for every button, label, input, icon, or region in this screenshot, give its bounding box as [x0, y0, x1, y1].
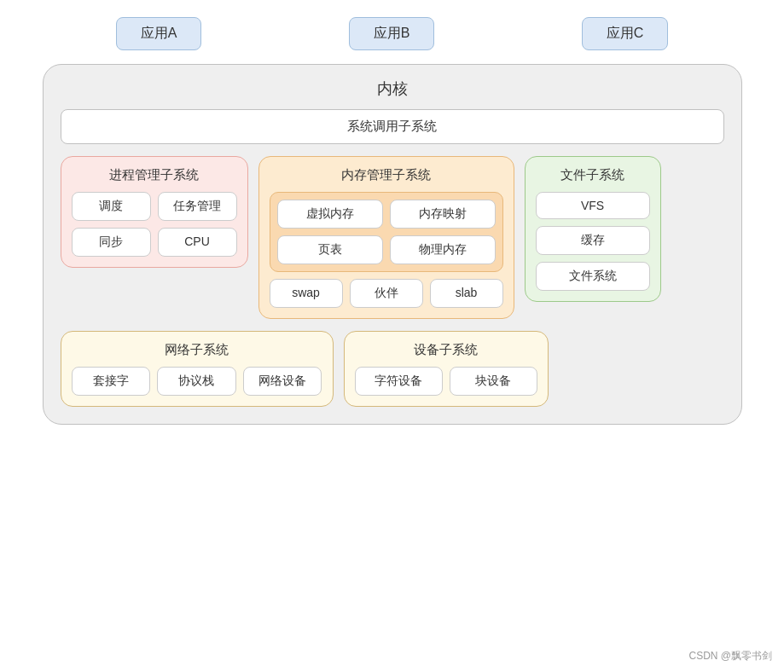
memory-cell-3: 物理内存	[390, 235, 496, 264]
memory-bottom-grid: swap 伙伴 slab	[270, 279, 503, 308]
memory-cell-1: 内存映射	[390, 200, 496, 229]
file-cell-0: VFS	[536, 192, 650, 219]
memory-bottom-1: 伙伴	[350, 279, 423, 308]
app-c-label: 应用C	[607, 26, 644, 40]
network-cell-0: 套接字	[72, 367, 151, 396]
memory-bottom-0: swap	[270, 279, 343, 308]
device-box: 设备子系统 字符设备 块设备	[344, 331, 549, 407]
process-grid: 调度 任务管理 同步 CPU	[72, 192, 237, 257]
device-cell-1: 块设备	[450, 367, 537, 396]
device-grid: 字符设备 块设备	[355, 367, 537, 396]
file-cell-1: 缓存	[536, 226, 650, 255]
apps-row: 应用A 应用B 应用C	[43, 17, 742, 50]
file-cell-2: 文件系统	[536, 262, 650, 291]
kernel-title: 内核	[61, 78, 724, 99]
memory-title: 内存管理子系统	[270, 167, 503, 183]
syscall-bar: 系统调用子系统	[61, 109, 724, 144]
process-cell-1: 任务管理	[158, 192, 237, 221]
process-title: 进程管理子系统	[72, 167, 237, 183]
bottom-row: 网络子系统 套接字 协议栈 网络设备 设备子系统 字符设备	[61, 331, 724, 407]
memory-inner-grid: 虚拟内存 内存映射 页表 物理内存	[270, 192, 503, 272]
memory-bottom-2: slab	[430, 279, 503, 308]
memory-cell-2: 页表	[277, 235, 383, 264]
process-cell-3: CPU	[158, 228, 237, 257]
process-cell-2: 同步	[72, 228, 151, 257]
app-c-box: 应用C	[582, 17, 669, 50]
app-b-box: 应用B	[349, 17, 435, 50]
memory-cell-0: 虚拟内存	[277, 200, 383, 229]
device-title: 设备子系统	[355, 342, 537, 358]
process-box: 进程管理子系统 调度 任务管理 同步 CPU	[61, 156, 248, 268]
app-b-label: 应用B	[374, 26, 410, 40]
device-cell-0: 字符设备	[355, 367, 443, 396]
app-a-box: 应用A	[116, 17, 202, 50]
kernel-container: 内核 系统调用子系统 进程管理子系统 调度 任务管理 同步 CPU	[43, 64, 742, 425]
network-cell-1: 协议栈	[157, 367, 236, 396]
memory-box: 内存管理子系统 虚拟内存 内存映射 页表 物理内存 swap	[258, 156, 514, 319]
file-grid: VFS 缓存 文件系统	[536, 192, 650, 291]
watermark: CSDN @飘零书剑	[688, 649, 772, 663]
network-cell-2: 网络设备	[243, 367, 322, 396]
app-a-label: 应用A	[141, 26, 177, 40]
network-grid: 套接字 协议栈 网络设备	[72, 367, 322, 396]
middle-row: 进程管理子系统 调度 任务管理 同步 CPU 内存管理子系统	[61, 156, 724, 319]
network-title: 网络子系统	[72, 342, 322, 358]
network-box: 网络子系统 套接字 协议栈 网络设备	[61, 331, 334, 407]
process-cell-0: 调度	[72, 192, 151, 221]
file-title: 文件子系统	[536, 167, 650, 183]
file-box: 文件子系统 VFS 缓存 文件系统	[525, 156, 661, 302]
